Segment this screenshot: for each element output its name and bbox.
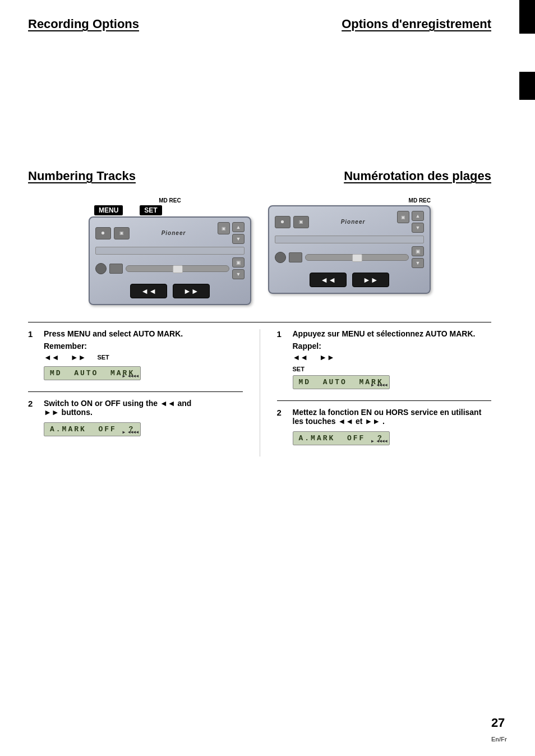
dev-btn-right1: ▣ — [232, 257, 245, 268]
skip-back-btn-r: ◄◄ — [310, 273, 347, 287]
lcd-display-1-right: MD AUTO MARK ▶ ◄◄◄◄ — [293, 375, 390, 389]
arrows-row-right: ◄◄ ►► — [293, 353, 476, 362]
step2-skip-fwd-fr: ►► — [365, 417, 382, 426]
dev-btn-right2: ▼ — [232, 269, 245, 279]
skip-fwd-btn[interactable]: ►► — [173, 284, 210, 298]
step2-subcontent-right: A.MARK OFF ? ▶ ◄◄◄◄ — [293, 429, 492, 448]
dev-btn-up: ▲ — [232, 222, 245, 232]
dev-icon-record: ⏺ — [95, 227, 111, 239]
step2-left: 2 Switch to ON or OFF using the ◄◄ and ►… — [28, 399, 243, 439]
dev-btn-display-r: ▣ — [397, 211, 409, 223]
dev-icon-record-r: ⏺ — [275, 216, 290, 228]
set-label-fr: SET — [293, 366, 305, 372]
page-lang: En/Fr — [491, 736, 507, 743]
step2-skip-back: ◄◄ — [160, 399, 176, 408]
vol-knob — [173, 265, 183, 273]
page-tabs — [519, 0, 535, 102]
lcd-small-1: ▶ ◄◄◄◄ — [122, 374, 139, 379]
device-row1-right: ⏺ ▣ Pioneer ▣ ▲ ▼ — [275, 211, 424, 233]
skip-back-arrow-r: ◄◄ — [293, 353, 308, 362]
step1-text-left: Press MENU and select AUTO MARK. — [44, 329, 183, 338]
dev-circle-btn-r — [275, 252, 286, 263]
section2-header: Numbering Tracks Numérotation des plages — [28, 169, 491, 186]
rappel-label: Rappel: — [293, 342, 476, 351]
right-cluster: ▣ ▲ ▼ — [218, 222, 245, 244]
logo-area: Pioneer — [132, 230, 215, 236]
step2-text-before: Switch to ON or OFF using the — [44, 399, 160, 408]
recording-options-title-right: Options d'enregistrement — [342, 17, 491, 31]
dev-btn-right2-r: ▼ — [412, 258, 424, 268]
skip-back-arrow: ◄◄ — [44, 353, 59, 362]
step2-text-mid: and — [176, 399, 192, 408]
diagram-area: MD REC MENU SET ⏺ ▣ Pioneer ▣ — [28, 197, 491, 305]
step1-left: 1 Press MENU and select AUTO MARK. Remem… — [28, 329, 243, 382]
page-number: 27 — [491, 716, 505, 730]
col-separator — [260, 329, 260, 457]
device-strip-r — [275, 236, 424, 243]
set-label-step1: SET — [97, 354, 109, 361]
recording-options-title-left: Recording Options — [28, 17, 139, 31]
skip-fwd-btn-r: ►► — [352, 273, 389, 287]
arrow-col: ▲ ▼ — [232, 222, 245, 244]
tab-2 — [519, 72, 535, 100]
vol-knob-r — [352, 254, 362, 262]
arrows-row-left: ◄◄ ►► SET — [44, 353, 183, 362]
numbering-tracks-title-left: Numbering Tracks — [28, 169, 136, 183]
volume-slider — [126, 265, 229, 272]
section1-header: Recording Options Options d'enregistreme… — [28, 17, 491, 34]
step1-subcontent-right: Rappel: ◄◄ ►► SET MD AUTO MARK ▶ ◄◄◄◄ — [293, 342, 476, 391]
device-row1: ⏺ ▣ Pioneer ▣ ▲ ▼ — [95, 222, 245, 244]
lcd-display-2-right: A.MARK OFF ? ▶ ◄◄◄◄ — [293, 431, 390, 445]
device-row2: ▣ ▼ — [95, 257, 245, 279]
step2-text-and-fr: et — [353, 417, 365, 426]
steps-col-left: 1 Press MENU and select AUTO MARK. Remem… — [28, 329, 243, 457]
steps-divider-top — [28, 322, 491, 322]
logo-area-r: Pioneer — [312, 219, 394, 225]
numbering-tracks-title-right: Numérotation des plages — [344, 169, 491, 183]
md-rec-label2: MD REC — [268, 197, 431, 204]
step1-right: 1 Appuyez sur MENU et sélectionnez AUTO … — [277, 329, 492, 391]
pioneer-logo: Pioneer — [162, 230, 186, 236]
dev-btn-down: ▼ — [232, 234, 245, 244]
step2-content-right: Mettez la fonction EN ou HORS service en… — [293, 408, 492, 448]
step2-right: 2 Mettez la fonction EN ou HORS service … — [277, 408, 492, 448]
step2-text-fr: Mettez la fonction EN ou HORS service en… — [293, 408, 482, 426]
device-row2-r: ▣ ▼ — [275, 246, 424, 268]
dev-rect-btn — [109, 264, 123, 274]
steps-section: 1 Press MENU and select AUTO MARK. Remem… — [28, 329, 491, 457]
dev-btn-right1-r: ▣ — [412, 246, 424, 256]
step2-period-fr: . — [382, 417, 385, 426]
menu-label: MENU — [94, 205, 123, 215]
step2-number-right: 2 — [277, 408, 287, 448]
lcd-small-2: ▶ ◄◄◄◄ — [122, 430, 139, 435]
set-label-row: SET — [293, 364, 476, 373]
dev-btn-down-r: ▼ — [412, 223, 424, 233]
dev-icon-sq: ▣ — [114, 227, 130, 239]
dev-btn-up-r: ▲ — [412, 211, 424, 221]
step1-content-left: Press MENU and select AUTO MARK. Remembe… — [44, 329, 183, 382]
dev-btn-display: ▣ — [218, 222, 230, 234]
step1-content-right: Appuyez sur MENU et sélectionnez AUTO MA… — [293, 329, 476, 391]
steps-col-right: 1 Appuyez sur MENU et sélectionnez AUTO … — [277, 329, 492, 457]
step1-text-right: Appuyez sur MENU et sélectionnez AUTO MA… — [293, 329, 476, 338]
md-rec-label1: MD REC — [89, 197, 251, 204]
pioneer-logo-r: Pioneer — [341, 219, 366, 225]
device-body-left: ⏺ ▣ Pioneer ▣ ▲ ▼ — [89, 216, 251, 305]
tab-1 — [519, 0, 535, 34]
step-separator-2-right — [277, 400, 492, 401]
step2-skip-back-fr: ◄◄ — [338, 417, 353, 426]
lcd-small-2-r: ▶ ◄◄◄◄ — [371, 439, 388, 444]
skip-fwd-arrow-r: ►► — [319, 353, 335, 362]
right-arrow-col2: ▣ ▼ — [232, 257, 245, 279]
menu-set-row: MENU SET — [89, 205, 251, 215]
remember-label: Remember: — [44, 342, 183, 351]
tab-spacer — [519, 36, 535, 70]
step1-number-left: 1 — [28, 329, 38, 382]
skip-back-btn[interactable]: ◄◄ — [130, 284, 167, 298]
lcd-display-2-left: A.MARK OFF ? ▶ ◄◄◄◄ — [44, 422, 141, 436]
dev-icon-sq-r: ▣ — [293, 216, 309, 228]
step1-number-right: 1 — [277, 329, 287, 391]
right-cluster-r: ▣ ▲ ▼ — [397, 211, 424, 233]
page-number-area: 27 En/Fr — [491, 716, 507, 745]
skip-fwd-arrow: ►► — [71, 353, 86, 362]
